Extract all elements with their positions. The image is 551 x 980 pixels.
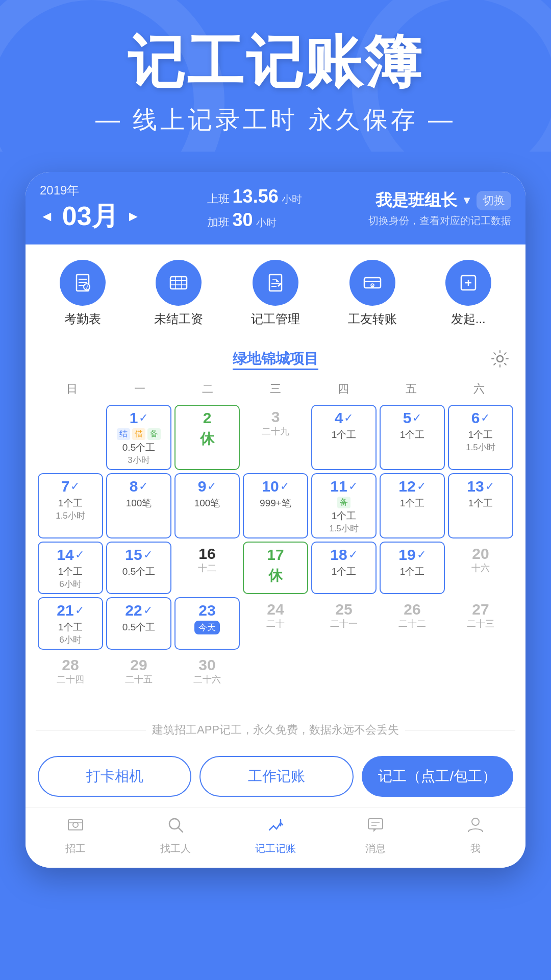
table-row [243, 653, 308, 704]
table-row[interactable]: 4 ✓ 1个工 [311, 405, 377, 470]
sub-title: — 线上记录工时 永久保存 — [20, 104, 531, 136]
table-row: 20 十六 [448, 542, 513, 594]
jigong-nav-icon [266, 816, 285, 839]
nav-zhaogong[interactable]: 招工 [26, 816, 126, 855]
zhuanzhang-icon: ¥ [349, 260, 395, 306]
weekday-tue: 二 [173, 377, 241, 401]
nav-wo-label: 我 [470, 842, 481, 855]
table-row[interactable]: 17 休 [243, 542, 308, 594]
table-row: 30 二十六 [174, 653, 240, 704]
daka-button[interactable]: 打卡相机 [38, 756, 191, 797]
prev-month-button[interactable]: ◄ [40, 208, 54, 225]
next-month-button[interactable]: ► [127, 208, 141, 225]
footer-line-left [36, 730, 146, 730]
kaocheng-label: 考勤表 [64, 311, 101, 327]
table-row [448, 653, 513, 704]
table-row: 25 二十一 [311, 597, 377, 650]
zhaogong-icon [66, 816, 85, 839]
table-row[interactable]: 11 ✓ 备 1个工 1.5小时 [311, 473, 377, 538]
overtime-value: 30 [233, 209, 253, 231]
bottom-action-buttons: 打卡相机 工作记账 记工（点工/包工） [26, 748, 525, 807]
weekday-wed: 三 [241, 377, 309, 401]
table-row[interactable]: 18 ✓ 1个工 [311, 542, 377, 594]
action-kaocheng[interactable]: √ 考勤表 [60, 260, 106, 327]
table-row[interactable]: 23 今天 [174, 597, 240, 650]
nav-zhaogongren-label: 找工人 [160, 842, 191, 855]
app-header: 记工记账簿 — 线上记录工时 永久保存 — [0, 0, 551, 152]
settings-icon[interactable] [487, 346, 513, 372]
action-faqi[interactable]: 发起... [445, 260, 491, 327]
footer-message: 建筑招工APP记工，永久免费，数据永远不会丢失 [152, 722, 399, 738]
table-row[interactable]: 8 ✓ 100笔 [106, 473, 171, 538]
svg-point-21 [497, 356, 503, 362]
year-label: 2019年 [40, 182, 140, 199]
nav-xiaoxi[interactable]: 消息 [325, 816, 425, 855]
zhuanzhang-label: 工友转账 [348, 311, 397, 327]
table-row[interactable]: 7 ✓ 1个工 1.5小时 [38, 473, 103, 538]
bottom-nav: 招工 找工人 记工记账 [26, 807, 525, 868]
phone-mockup: 2019年 ◄ 03月 ► 上班 13.56 小时 加班 30 小时 我是班组长… [26, 172, 525, 868]
role-desc: 切换身份，查看对应的记工数据 [368, 214, 511, 228]
main-title: 记工记账簿 [20, 31, 531, 93]
jigong-icon [253, 260, 298, 306]
table-row[interactable]: 5 ✓ 1个工 [380, 405, 445, 470]
weekday-thu: 四 [310, 377, 378, 401]
jigong-label: 记工管理 [251, 311, 300, 327]
quick-actions: √ 考勤表 未结工资 [26, 244, 525, 337]
nav-xiaoxi-label: 消息 [365, 842, 386, 855]
wo-icon [466, 816, 485, 839]
table-row[interactable]: 22 ✓ 0.5个工 [106, 597, 171, 650]
role-section[interactable]: 我是班组长 ▼ 切换 切换身份，查看对应的记工数据 [368, 189, 511, 228]
table-row[interactable]: 13 ✓ 1个工 [448, 473, 513, 538]
weijie-icon [156, 260, 202, 306]
svg-rect-22 [68, 820, 83, 830]
table-row[interactable]: 21 ✓ 1个工 6小时 [38, 597, 103, 650]
weekday-sun: 日 [38, 377, 106, 401]
work-hours: 上班 13.56 小时 加班 30 小时 [207, 186, 302, 231]
faqi-icon [445, 260, 491, 306]
project-name[interactable]: 绿地锦城项目 [233, 351, 318, 370]
nav-zhaogong-label: 招工 [65, 842, 86, 855]
dropdown-arrow: ▼ [461, 194, 472, 207]
nav-wo[interactable]: 我 [425, 816, 525, 855]
calendar-area: 绿地锦城项目 日 一 二 三 四 五 六 [26, 337, 525, 714]
overtime-unit: 小时 [256, 216, 277, 230]
weekday-mon: 一 [106, 377, 173, 401]
action-jigong[interactable]: 记工管理 [251, 260, 300, 327]
table-row[interactable]: 15 ✓ 0.5个工 [106, 542, 171, 594]
jigong-button[interactable]: 记工（点工/包工） [362, 756, 513, 797]
nav-jigong-label: 记工记账 [255, 842, 296, 855]
table-row: 16 十二 [174, 542, 240, 594]
app-bar: 2019年 ◄ 03月 ► 上班 13.56 小时 加班 30 小时 我是班组长… [26, 172, 525, 244]
kaocheng-icon: √ [60, 260, 106, 306]
table-row [311, 653, 377, 704]
footer-text: 建筑招工APP记工，永久免费，数据永远不会丢失 [26, 714, 525, 748]
weekday-sat: 六 [445, 377, 513, 401]
switch-label[interactable]: 切换 [477, 191, 511, 210]
table-row[interactable]: 1 ✓ 结 借 备 0.5个工 3小时 [106, 405, 171, 470]
svg-point-31 [472, 818, 479, 825]
table-row[interactable]: 19 ✓ 1个工 [380, 542, 445, 594]
svg-line-26 [178, 827, 183, 832]
table-row[interactable]: 12 ✓ 1个工 [380, 473, 445, 538]
footer-line-right [405, 730, 515, 730]
zhaogongren-icon [166, 816, 185, 839]
svg-rect-11 [269, 275, 282, 291]
gongzuo-button[interactable]: 工作记账 [199, 756, 353, 797]
weekday-fri: 五 [378, 377, 445, 401]
table-row[interactable]: 2 休 [174, 405, 240, 470]
table-row[interactable]: 6 ✓ 1个工 1.5小时 [448, 405, 513, 470]
table-row: 3 二十九 [243, 405, 308, 470]
action-zhuanzhang[interactable]: ¥ 工友转账 [348, 260, 397, 327]
nav-jigong[interactable]: 记工记账 [226, 816, 325, 855]
calendar-header: 绿地锦城项目 [38, 337, 513, 377]
month-text: 03月 [62, 199, 118, 234]
nav-zhaogongren[interactable]: 找工人 [126, 816, 226, 855]
action-weijie[interactable]: 未结工资 [154, 260, 203, 327]
svg-rect-6 [170, 277, 187, 289]
work-unit: 小时 [282, 192, 302, 206]
month-nav: 2019年 ◄ 03月 ► [40, 182, 140, 234]
table-row[interactable]: 14 ✓ 1个工 6小时 [38, 542, 103, 594]
table-row[interactable]: 10 ✓ 999+笔 [243, 473, 308, 538]
table-row[interactable]: 9 ✓ 100笔 [174, 473, 240, 538]
